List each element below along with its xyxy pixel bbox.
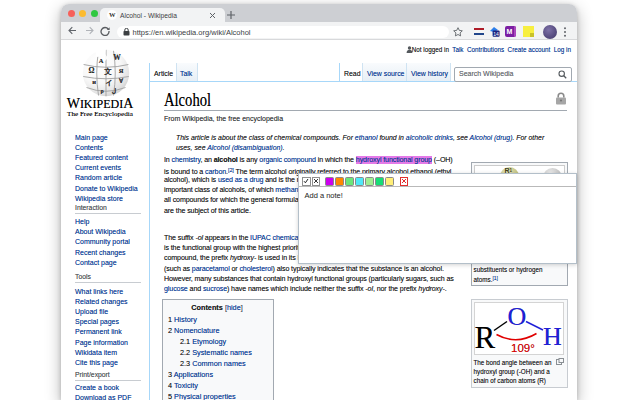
svg-text:Я: Я (119, 67, 124, 74)
svg-text:А: А (99, 57, 104, 64)
svg-text:и: и (92, 78, 96, 85)
svg-text:109°: 109° (511, 342, 535, 354)
svg-text:ل: ل (112, 87, 116, 94)
svg-text:イ: イ (105, 79, 112, 87)
svg-text:文: 文 (103, 67, 112, 76)
svg-text:ρ: ρ (100, 88, 103, 94)
svg-text:O: O (508, 302, 527, 331)
svg-text:W: W (113, 53, 121, 62)
svg-text:H: H (543, 322, 562, 351)
svg-text:Ω: Ω (88, 66, 94, 75)
svg-text:14: 14 (493, 31, 499, 37)
svg-text:R: R (475, 320, 496, 355)
svg-text:∀: ∀ (118, 78, 124, 84)
